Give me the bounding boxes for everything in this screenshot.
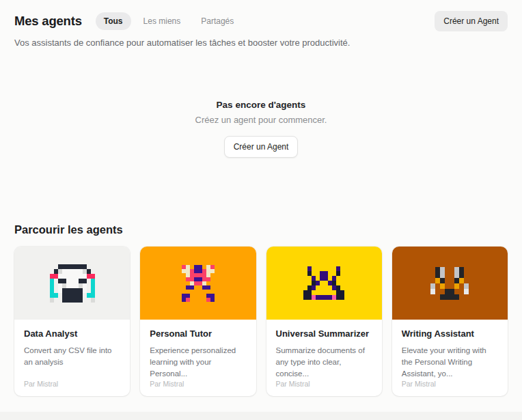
agent-card-description: Experience personalized learning with yo… [150, 345, 246, 380]
agent-card-body: Data Analyst Convert any CSV file into a… [14, 320, 130, 368]
empty-state-title: Pas encore d'agents [14, 100, 508, 110]
agent-avatar-pixel-art [430, 267, 469, 300]
agent-card-image [14, 247, 130, 320]
tab-les-miens[interactable]: Les miens [135, 12, 189, 30]
agent-card-title: Data Analyst [24, 328, 120, 339]
agent-card-universal-summarizer[interactable]: Universal Summarizer Summarize documents… [266, 247, 382, 396]
agent-card-author: Par Mistral [276, 380, 310, 388]
tab-tous[interactable]: Tous [96, 12, 131, 30]
agent-card-data-analyst[interactable]: Data Analyst Convert any CSV file into a… [14, 247, 130, 396]
agent-card-author: Par Mistral [24, 380, 58, 388]
empty-state: Pas encore d'agents Créez un agent pour … [14, 100, 508, 158]
agent-card-description: Convert any CSV file into an analysis [24, 345, 120, 368]
agent-avatar-pixel-art [50, 264, 95, 303]
agent-card-writing-assistant[interactable]: Writing Assistant Elevate your writing w… [392, 247, 508, 396]
page-header: Mes agents TousLes miensPartagés Créer u… [14, 0, 508, 31]
agent-card-body: Universal Summarizer Summarize documents… [266, 320, 382, 380]
agent-avatar-pixel-art [178, 265, 219, 302]
tab-label: Tous [104, 16, 123, 26]
tab-label: Partagés [201, 16, 234, 26]
page-subtitle: Vos assistants de confiance pour automat… [14, 38, 508, 48]
agent-cards-grid: Data Analyst Convert any CSV file into a… [14, 247, 508, 396]
agent-card-description: Summarize documents of any type into cle… [276, 345, 372, 380]
agent-card-title: Personal Tutor [150, 328, 246, 339]
agent-card-image [392, 247, 508, 320]
agent-card-body: Personal Tutor Experience personalized l… [140, 320, 256, 380]
empty-state-subtitle: Créez un agent pour commencer. [14, 115, 508, 125]
create-agent-button-header[interactable]: Créer un Agent [435, 11, 508, 31]
agent-card-image [140, 247, 256, 320]
agent-card-author: Par Mistral [150, 380, 184, 388]
agents-page: Mes agents TousLes miensPartagés Créer u… [0, 0, 522, 396]
agent-card-personal-tutor[interactable]: Personal Tutor Experience personalized l… [140, 247, 256, 396]
agent-card-title: Writing Assistant [402, 328, 498, 339]
agent-avatar-pixel-art [303, 266, 344, 300]
browse-agents-heading: Parcourir les agents [14, 223, 508, 236]
agents-filter-tabs: TousLes miensPartagés [96, 12, 243, 30]
agent-card-title: Universal Summarizer [276, 328, 372, 339]
page-title: Mes agents [14, 14, 82, 29]
bottom-strip [0, 412, 522, 420]
agent-card-body: Writing Assistant Elevate your writing w… [392, 320, 508, 380]
agent-card-image [266, 247, 382, 320]
agent-card-description: Elevate your writing with the Personal W… [402, 345, 498, 380]
tab-partages[interactable]: Partagés [193, 12, 242, 30]
create-agent-button-empty-state[interactable]: Créer un Agent [224, 136, 299, 158]
agent-card-author: Par Mistral [402, 380, 436, 388]
tab-label: Les miens [143, 16, 181, 26]
